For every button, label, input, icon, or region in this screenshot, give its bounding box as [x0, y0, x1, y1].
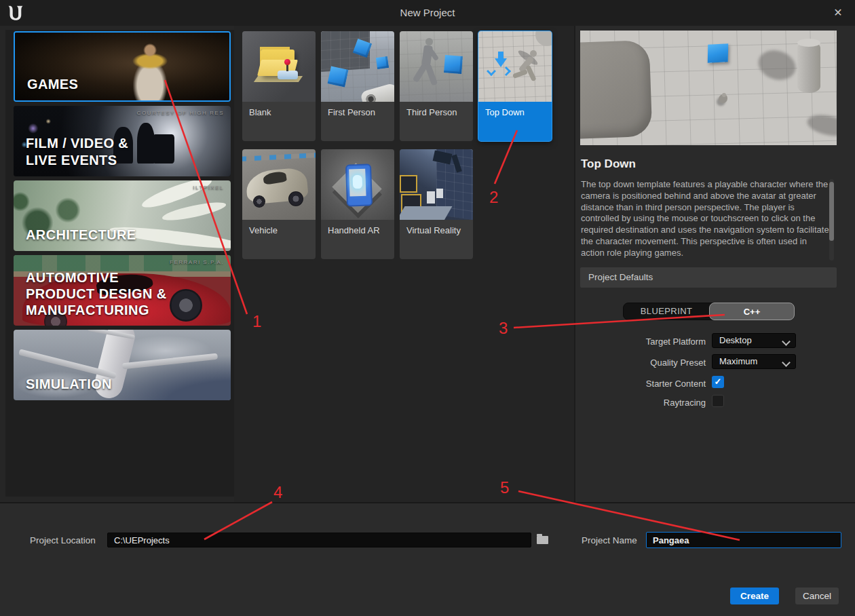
- floor: [400, 206, 453, 220]
- project-location-label: Project Location: [30, 533, 96, 548]
- first-person-thumbnail: [321, 31, 394, 102]
- tab-blueprint[interactable]: BLUEPRINT: [624, 303, 709, 320]
- car-wheel: [170, 289, 202, 322]
- quality-preset-label: Quality Preset: [575, 356, 706, 370]
- vehicle-thumbnail: [242, 149, 316, 220]
- target-platform-dropdown[interactable]: Desktop: [712, 333, 796, 348]
- blank-thumbnail: [242, 31, 316, 102]
- close-icon[interactable]: ✕: [831, 5, 846, 20]
- target-platform-label: Target Platform: [575, 335, 706, 349]
- crate: [400, 175, 417, 193]
- raytracing-label: Raytracing: [575, 396, 706, 410]
- move-arrow-icon: [495, 58, 507, 67]
- category-label: FILM / VIDEO & LIVE EVENTS: [26, 135, 128, 169]
- car-wheel: [288, 191, 303, 206]
- third-person-thumbnail: [400, 31, 473, 102]
- category-label: GAMES: [27, 76, 78, 93]
- image-credit: FERRARI S.P.A.: [170, 259, 224, 265]
- new-project-dialog: New Project ✕ GAMES COURTESY OF HIGH RES…: [0, 0, 855, 616]
- white-box: [427, 191, 435, 204]
- gray-cylinder: [797, 41, 820, 93]
- mannequin-character: [716, 93, 729, 105]
- titlebar: New Project ✕: [0, 0, 855, 26]
- category-panel: GAMES COURTESY OF HIGH RES FILM / VIDEO …: [5, 30, 234, 497]
- category-label: SIMULATION: [26, 376, 112, 393]
- template-title: Top Down: [581, 157, 636, 171]
- project-location-input[interactable]: [107, 533, 531, 547]
- template-label: Third Person: [406, 107, 457, 117]
- template-panel: Blank First Person Th: [234, 26, 574, 502]
- checkbox-check-icon: ✓: [715, 377, 722, 387]
- airplane-wing: [122, 353, 218, 369]
- building-curve: [161, 199, 227, 224]
- project-defaults-header: Project Defaults: [580, 267, 837, 288]
- language-switch: BLUEPRINT C++: [623, 303, 794, 320]
- template-card-virtual-reality[interactable]: Virtual Reality: [400, 149, 473, 259]
- image-credit: COURTESY OF HIGH RES: [137, 110, 224, 116]
- phone-icon: [345, 163, 373, 206]
- template-label: First Person: [328, 107, 375, 117]
- blue-cube: [708, 43, 728, 63]
- category-label: AUTOMOTIVE PRODUCT DESIGN & MANUFACTURIN…: [26, 269, 167, 318]
- mannequin-head: [425, 38, 433, 45]
- template-card-vehicle[interactable]: Vehicle: [242, 149, 316, 259]
- blue-cube: [376, 56, 389, 69]
- image-credit: ILTPIXEL: [193, 185, 224, 191]
- template-label: Virtual Reality: [406, 225, 461, 235]
- create-button[interactable]: Create: [730, 588, 779, 604]
- category-card-simulation[interactable]: SIMULATION: [14, 330, 231, 400]
- category-card-games[interactable]: GAMES: [14, 31, 231, 102]
- folder-icon: [537, 536, 548, 544]
- window-title: New Project: [0, 0, 855, 26]
- white-box: [436, 189, 443, 198]
- chevron-down-icon: [782, 337, 791, 346]
- car-wheel: [253, 195, 265, 208]
- rounded-block: [580, 40, 652, 139]
- dropdown-value: Desktop: [719, 334, 752, 347]
- project-name-label: Project Name: [582, 533, 637, 548]
- virtual-reality-thumbnail: [400, 149, 473, 220]
- category-card-automotive[interactable]: FERRARI S.P.A. AUTOMOTIVE PRODUCT DESIGN…: [14, 255, 231, 326]
- quality-preset-dropdown[interactable]: Maximum: [712, 354, 796, 369]
- template-card-top-down[interactable]: Top Down: [478, 31, 552, 141]
- scrollbar-thumb[interactable]: [829, 182, 834, 241]
- template-label: Top Down: [485, 107, 525, 117]
- template-description: The top down template features a playabl…: [581, 179, 832, 261]
- tab-cpp[interactable]: C++: [709, 303, 795, 320]
- template-preview-image: [580, 31, 837, 145]
- template-card-first-person[interactable]: First Person: [321, 31, 394, 141]
- category-card-film-video[interactable]: COURTESY OF HIGH RES FILM / VIDEO & LIVE…: [14, 106, 231, 176]
- cancel-button[interactable]: Cancel: [795, 588, 839, 604]
- template-card-blank[interactable]: Blank: [242, 31, 316, 141]
- footer-bar: [0, 502, 855, 616]
- project-name-input[interactable]: [646, 532, 841, 548]
- dropdown-value: Maximum: [719, 355, 757, 368]
- category-card-architecture[interactable]: ILTPIXEL ARCHITECTURE: [14, 180, 231, 251]
- track-curb: [242, 153, 316, 161]
- template-label: Blank: [249, 107, 271, 117]
- starter-content-label: Starter Content: [575, 377, 706, 391]
- camera-rig: [153, 134, 174, 164]
- joystick-icon: [278, 71, 298, 79]
- top-down-thumbnail: [478, 31, 552, 102]
- raytracing-checkbox[interactable]: [712, 395, 724, 407]
- category-label: ARCHITECTURE: [26, 227, 136, 244]
- template-label: Handheld AR: [328, 225, 380, 235]
- blue-cube: [328, 66, 349, 88]
- chevron-down-icon: [782, 358, 791, 367]
- template-label: Vehicle: [249, 225, 278, 235]
- starter-content-checkbox[interactable]: ✓: [712, 376, 724, 388]
- template-card-third-person[interactable]: Third Person: [400, 31, 473, 141]
- blue-cube: [444, 55, 463, 74]
- template-card-handheld-ar[interactable]: Handheld AR: [321, 149, 394, 259]
- handheld-ar-thumbnail: [321, 149, 394, 220]
- mannequin-head: [530, 50, 537, 57]
- browse-folder-button[interactable]: [535, 533, 550, 547]
